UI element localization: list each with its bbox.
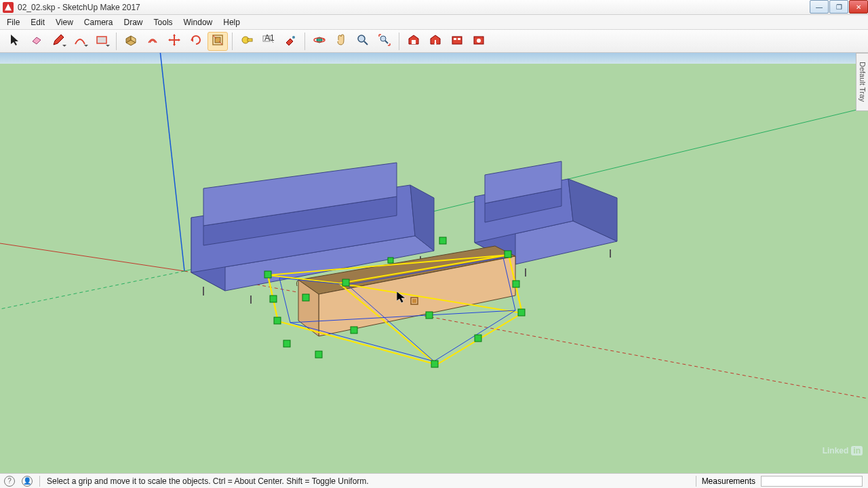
main-toolbar: A1: [0, 30, 868, 53]
menu-view[interactable]: View: [50, 16, 79, 29]
zoom-tool[interactable]: [353, 32, 373, 51]
menu-window[interactable]: Window: [178, 16, 218, 29]
text-icon: A1: [262, 33, 275, 49]
rotate-icon: [189, 33, 203, 49]
status-divider-2: [696, 476, 696, 487]
minimize-button[interactable]: —: [810, 0, 829, 14]
svg-point-23: [358, 35, 365, 42]
svg-rect-60: [351, 327, 357, 333]
svg-rect-72: [270, 296, 277, 302]
measurements-label: Measurements: [702, 476, 755, 486]
app-icon: [3, 2, 14, 13]
pushpull-tool[interactable]: [121, 32, 141, 51]
svg-marker-2: [54, 35, 64, 45]
status-hint: Select a grip and move it to scale the o…: [47, 476, 369, 486]
measurements-input[interactable]: [761, 476, 863, 487]
pan-tool[interactable]: [331, 32, 351, 51]
eraser-icon: [30, 33, 43, 49]
pushpull-icon: [124, 33, 138, 49]
menu-camera[interactable]: Camera: [79, 16, 119, 29]
warehouse-share-tool[interactable]: [425, 32, 446, 51]
svg-rect-68: [388, 258, 393, 263]
window-title: 02_02.skp - SketchUp Make 2017: [18, 3, 140, 12]
axis-red-positive: [184, 271, 868, 399]
extension-mgr-tool[interactable]: [469, 32, 489, 51]
svg-marker-10: [178, 39, 180, 41]
shapes-tool[interactable]: [92, 32, 112, 51]
arc-icon: [73, 33, 87, 49]
help-icon[interactable]: ?: [4, 476, 15, 487]
svg-point-35: [477, 39, 481, 43]
svg-point-19: [292, 36, 295, 39]
scale-icon: [211, 33, 224, 49]
orbit-tool[interactable]: [309, 32, 330, 51]
eraser-tool[interactable]: [26, 32, 47, 51]
svg-rect-63: [475, 335, 481, 342]
paint-tool[interactable]: [280, 32, 300, 51]
svg-marker-0: [11, 35, 18, 45]
cursor-indicator-icon: [410, 297, 418, 307]
zoomext-icon: [378, 33, 391, 49]
move-icon: [167, 33, 181, 49]
default-tray-handle[interactable]: Default Tray: [856, 53, 868, 111]
title-bar: 02_02.skp - SketchUp Make 2017 — ❐ ✕: [0, 0, 868, 15]
svg-rect-28: [412, 40, 416, 44]
menu-help[interactable]: Help: [218, 16, 245, 29]
viewport-3d[interactable]: Default Tray Linkedin: [0, 53, 868, 473]
svg-rect-64: [518, 309, 525, 316]
zoom-extents-tool[interactable]: [374, 32, 395, 51]
menu-bar: FileEditViewCameraDrawToolsWindowHelp: [0, 15, 868, 30]
arc-tool[interactable]: [70, 32, 90, 51]
close-button[interactable]: ✕: [849, 0, 868, 14]
scene-canvas[interactable]: [0, 53, 868, 473]
ext1-icon: [450, 33, 464, 49]
paint-icon: [283, 33, 297, 49]
orbit-icon: [313, 33, 326, 49]
default-tray-label: Default Tray: [859, 62, 867, 102]
pencil-icon: [52, 33, 65, 49]
pan-icon: [334, 33, 348, 49]
svg-rect-57: [264, 271, 271, 278]
svg-rect-33: [458, 38, 460, 40]
status-bar: ? 👤 Select a grip and move it to scale t…: [0, 473, 868, 488]
menu-tools[interactable]: Tools: [149, 16, 178, 29]
maximize-button[interactable]: ❐: [829, 0, 848, 14]
svg-line-26: [385, 41, 388, 43]
scale-tool[interactable]: [208, 32, 228, 51]
axis-green-negative: [0, 271, 184, 309]
svg-line-24: [364, 41, 368, 45]
svg-rect-3: [97, 37, 106, 43]
svg-marker-9: [168, 39, 170, 41]
menu-draw[interactable]: Draw: [119, 16, 149, 29]
move-tool[interactable]: [164, 32, 184, 51]
rect-icon: [95, 33, 108, 49]
wh2-icon: [429, 33, 442, 49]
svg-rect-70: [283, 340, 290, 347]
user-icon[interactable]: 👤: [22, 476, 33, 487]
svg-marker-18: [286, 39, 293, 45]
menu-edit[interactable]: Edit: [25, 16, 50, 29]
rotate-tool[interactable]: [186, 32, 206, 51]
warehouse-tool[interactable]: [403, 32, 424, 51]
svg-point-25: [380, 36, 386, 41]
status-divider: [39, 476, 40, 487]
text-tool[interactable]: A1: [258, 32, 279, 51]
svg-rect-75: [412, 299, 416, 303]
offset-tool[interactable]: [142, 32, 163, 51]
svg-marker-7: [173, 34, 176, 36]
tape-icon: [240, 33, 254, 49]
ext2-icon: [472, 33, 486, 49]
window-controls: — ❐ ✕: [809, 0, 868, 14]
svg-rect-62: [426, 312, 433, 319]
tape-tool[interactable]: [237, 32, 257, 51]
svg-rect-15: [248, 39, 252, 41]
cursor-icon: [8, 33, 22, 49]
select-tool[interactable]: [5, 32, 25, 51]
toolbar-separator: [116, 33, 117, 50]
toolbar-separator: [399, 33, 399, 50]
extension-tool[interactable]: [447, 32, 467, 51]
offset-icon: [146, 33, 159, 49]
menu-file[interactable]: File: [1, 16, 25, 29]
toolbar-separator: [232, 33, 233, 50]
line-tool[interactable]: [48, 32, 68, 51]
